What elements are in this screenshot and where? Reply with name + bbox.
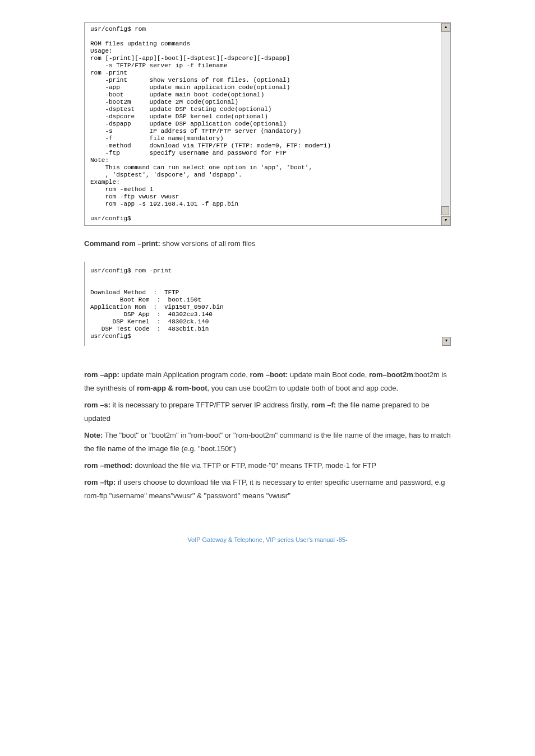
rom-print-label: Command rom –print: (84, 239, 160, 248)
scrollbar-2[interactable]: ▾ (442, 262, 451, 346)
instruction-line-4: rom –method: download the file via TFTP … (84, 459, 451, 472)
terminal-window-2: usr/config$ rom -print Download Method :… (84, 262, 451, 346)
instruction-line-1: rom –app: update main Application progra… (84, 368, 451, 395)
page-footer: VoIP Gateway & Telephone, VIP series Use… (0, 536, 535, 554)
scroll-up-icon[interactable]: ▴ (441, 23, 450, 32)
scroll-thumb[interactable] (441, 206, 449, 215)
instruction-note: Note: The "boot" or "boot2m" in "rom-boo… (84, 429, 451, 456)
instruction-line-2: rom –s: it is necessary to prepare TFTP/… (84, 398, 451, 425)
scroll-down-icon-2[interactable]: ▾ (442, 337, 451, 346)
terminal-output-1: usr/config$ rom ROM files updating comma… (85, 23, 450, 225)
terminal-output-2: usr/config$ rom -print Download Method :… (85, 262, 451, 346)
instructions-block: rom –app: update main Application progra… (84, 368, 451, 503)
rom-print-desc: show versions of all rom files (162, 239, 255, 248)
terminal-window-1: usr/config$ rom ROM files updating comma… (84, 22, 451, 226)
instruction-line-5: rom –ftp: if users choose to download fi… (84, 476, 451, 503)
scrollbar-1[interactable]: ▴ ▾ (441, 23, 450, 225)
scroll-down-icon[interactable]: ▾ (441, 216, 450, 225)
section-rom-print: Command rom –print: show versions of all… (84, 237, 451, 251)
